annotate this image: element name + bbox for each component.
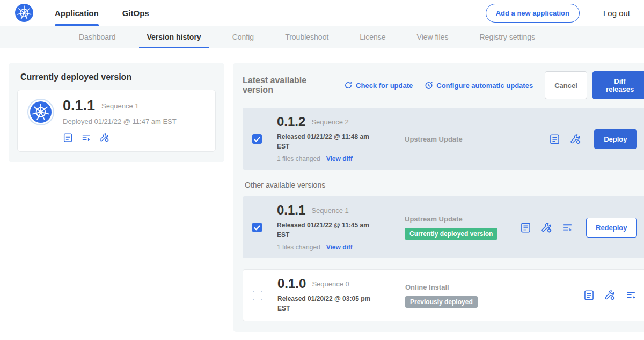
row-actions: Deploy xyxy=(549,129,636,149)
view-diff-link[interactable]: View diff xyxy=(326,243,353,251)
released-timestamp: Released 01/21/22 @ 11:45 am EST xyxy=(277,220,372,240)
source-label: Upstream Update xyxy=(405,215,520,223)
subnav-item-dashboard[interactable]: Dashboard xyxy=(63,26,131,48)
sub-nav: Dashboard Version history Config Trouble… xyxy=(0,26,644,48)
release-notes-icon[interactable] xyxy=(63,132,73,143)
latest-version-header: Latest available version Check for updat… xyxy=(243,71,644,99)
deploy-button[interactable]: Deploy xyxy=(594,129,636,149)
logout-link[interactable]: Log out xyxy=(591,9,630,18)
currently-deployed-title: Currently deployed version xyxy=(20,72,216,82)
deployed-version-number: 0.1.1 xyxy=(63,99,95,113)
previously-deployed-badge: Previously deployed xyxy=(405,296,478,308)
tab-gitops-label: GitOps xyxy=(122,9,149,18)
view-diff-link[interactable]: View diff xyxy=(326,155,353,162)
tab-application[interactable]: Application xyxy=(55,0,99,26)
version-info: 0.1.2 Sequence 2 Released 01/21/22 @ 11:… xyxy=(277,115,391,162)
redeploy-button[interactable]: Redeploy xyxy=(586,218,637,238)
deployed-sequence-label: Sequence 1 xyxy=(101,102,138,110)
version-checkbox[interactable] xyxy=(253,291,262,300)
logs-icon[interactable] xyxy=(81,132,91,143)
tab-gitops[interactable]: GitOps xyxy=(122,0,149,26)
released-timestamp: Released 01/20/22 @ 03:05 pm EST xyxy=(277,294,373,313)
cancel-button[interactable]: Cancel xyxy=(545,71,587,99)
version-number: 0.1.2 xyxy=(277,115,305,128)
currently-deployed-panel: Currently deployed version 0.1.1 Sequenc… xyxy=(9,63,224,162)
row-actions: Redeploy xyxy=(520,218,637,238)
version-checkbox[interactable] xyxy=(252,134,262,144)
version-source: Upstream Update Currently deployed versi… xyxy=(405,215,520,240)
logs-icon[interactable] xyxy=(625,290,636,301)
header-actions: Cancel Diff releases xyxy=(545,71,644,99)
release-notes-icon[interactable] xyxy=(549,134,560,145)
edit-config-icon[interactable] xyxy=(541,222,552,233)
release-notes-icon[interactable] xyxy=(583,290,595,301)
version-history-panel: Latest available version Check for updat… xyxy=(233,63,644,332)
kubernetes-logo-icon xyxy=(30,101,52,123)
files-changed-label: 1 files changed xyxy=(277,155,320,162)
source-label: Upstream Update xyxy=(405,135,520,143)
latest-version-title: Latest available version xyxy=(243,76,334,95)
released-timestamp: Released 01/21/22 @ 11:48 am EST xyxy=(277,132,372,151)
kubernetes-logo-icon xyxy=(15,4,33,22)
currently-deployed-badge: Currently deployed version xyxy=(405,228,497,240)
configure-automatic-updates-link[interactable]: Configure automatic updates xyxy=(425,81,533,90)
version-row-0-1-2: 0.1.2 Sequence 2 Released 01/21/22 @ 11:… xyxy=(243,108,644,170)
sequence-label: Sequence 1 xyxy=(311,206,348,215)
release-notes-icon[interactable] xyxy=(520,222,531,233)
version-number: 0.1.1 xyxy=(277,204,305,217)
configure-automatic-updates-label: Configure automatic updates xyxy=(436,82,533,90)
version-info: 0.1.1 Sequence 1 Released 01/21/22 @ 11:… xyxy=(277,204,391,251)
diff-releases-button[interactable]: Diff releases xyxy=(592,71,644,99)
files-changed-label: 1 files changed xyxy=(277,243,320,251)
deployed-timestamp: Deployed 01/21/22 @ 11:47 am EST xyxy=(63,117,177,125)
check-for-update-link[interactable]: Check for update xyxy=(344,81,413,90)
deployed-icon-row xyxy=(63,132,177,143)
edit-config-icon[interactable] xyxy=(99,132,109,143)
version-row-0-1-0: 0.1.0 Sequence 0 Released 01/20/22 @ 03:… xyxy=(243,269,644,321)
top-nav-right: Add a new application Log out xyxy=(486,4,630,23)
add-application-button[interactable]: Add a new application xyxy=(486,4,580,23)
version-checkbox[interactable] xyxy=(252,223,262,232)
row-actions xyxy=(583,290,636,301)
subnav-item-version-history[interactable]: Version history xyxy=(131,26,217,48)
subnav-item-config[interactable]: Config xyxy=(217,26,269,48)
version-info: 0.1.0 Sequence 0 Released 01/20/22 @ 03:… xyxy=(277,277,391,313)
subnav-item-view-files[interactable]: View files xyxy=(401,26,464,48)
main-content: Currently deployed version 0.1.1 Sequenc… xyxy=(0,48,644,340)
subnav-item-registry-settings[interactable]: Registry settings xyxy=(464,26,550,48)
other-versions-label: Other available versions xyxy=(245,181,644,189)
version-number: 0.1.0 xyxy=(277,277,306,290)
refresh-icon xyxy=(344,81,353,90)
deployed-version-info: 0.1.1 Sequence 1 Deployed 01/21/22 @ 11:… xyxy=(63,99,177,143)
version-source: Online Install Previously deployed xyxy=(405,283,521,308)
edit-config-icon[interactable] xyxy=(570,134,581,145)
sequence-label: Sequence 2 xyxy=(311,118,348,126)
clock-icon xyxy=(425,81,433,90)
source-label: Online Install xyxy=(405,283,521,291)
logs-icon[interactable] xyxy=(562,222,573,233)
subnav-item-troubleshoot[interactable]: Troubleshoot xyxy=(269,26,344,48)
check-for-update-label: Check for update xyxy=(356,82,413,90)
app-icon-badge xyxy=(27,99,54,125)
subnav-item-license[interactable]: License xyxy=(344,26,401,48)
edit-config-icon[interactable] xyxy=(604,290,616,301)
tab-application-label: Application xyxy=(55,9,99,18)
version-source: Upstream Update xyxy=(405,135,520,143)
top-nav: Application GitOps Add a new application… xyxy=(0,0,644,26)
sequence-label: Sequence 0 xyxy=(312,280,349,288)
version-row-0-1-1: 0.1.1 Sequence 1 Released 01/21/22 @ 11:… xyxy=(243,196,644,258)
top-tabs: Application GitOps xyxy=(55,0,173,26)
deployed-version-card: 0.1.1 Sequence 1 Deployed 01/21/22 @ 11:… xyxy=(17,90,216,152)
